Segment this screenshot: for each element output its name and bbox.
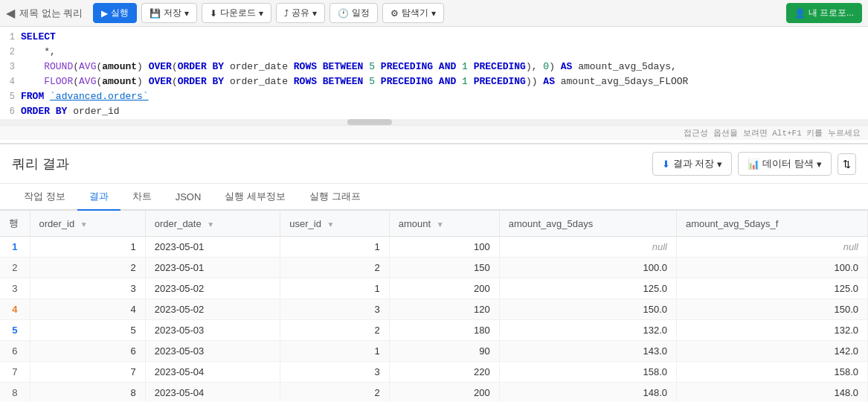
cell-avg5days: null [499, 237, 676, 258]
cell-avg5days-floor: 100.0 [676, 258, 867, 278]
cell-amount: 200 [389, 383, 499, 403]
col-header-avg5days[interactable]: amount_avg_5days [499, 211, 676, 237]
sql-line-1: 1 SELECT [0, 30, 868, 45]
cell-amount: 100 [389, 237, 499, 258]
table-body: 1 1 2023-05-01 1 100 null null 2 2 2023-… [0, 237, 868, 403]
schedule-icon: 🕐 [338, 8, 349, 19]
sql-editor[interactable]: 1 SELECT 2 *, 3 ROUND(AVG(amount) OVER(O… [0, 27, 868, 144]
cell-avg5days: 132.0 [499, 320, 676, 341]
editor-scrollbar[interactable] [0, 119, 868, 125]
cell-avg5days: 148.0 [499, 383, 676, 403]
col-header-order-id[interactable]: order_id ▼ [30, 211, 145, 237]
tab-chart[interactable]: 차트 [120, 184, 164, 211]
chart-icon: 📊 [748, 159, 759, 170]
cell-order-id: 6 [30, 341, 145, 362]
explore-data-button[interactable]: 📊 데이터 탐색 ▾ [738, 152, 832, 176]
cell-order-id: 7 [30, 362, 145, 383]
results-title: 쿼리 결과 [12, 155, 69, 173]
cell-avg5days: 150.0 [499, 299, 676, 320]
col-header-amount[interactable]: amount ▼ [389, 211, 499, 237]
sort-icon-order-id: ▼ [80, 220, 88, 229]
cell-user-id: 1 [280, 341, 390, 362]
editor-scrollbar-thumb[interactable] [347, 119, 392, 125]
cell-order-id: 2 [30, 258, 145, 278]
cell-avg5days-floor: 132.0 [676, 320, 867, 341]
save-icon: 💾 [150, 8, 161, 19]
back-icon: ◀ [6, 6, 15, 20]
tab-execution-details[interactable]: 실행 세부정보 [213, 184, 298, 211]
cell-order-date: 2023-05-03 [145, 320, 280, 341]
cell-amount: 150 [389, 258, 499, 278]
cell-avg5days: 143.0 [499, 341, 676, 362]
save-button[interactable]: 💾 저장 ▾ [141, 3, 197, 23]
schedule-button[interactable]: 🕐 일정 [329, 3, 378, 23]
table-row: 3 3 2023-05-02 1 200 125.0 125.0 [0, 278, 868, 299]
save-results-button[interactable]: ⬇ 결과 저장 ▾ [652, 152, 733, 176]
cell-avg5days: 158.0 [499, 362, 676, 383]
cell-avg5days-floor: null [676, 237, 867, 258]
cell-amount: 200 [389, 278, 499, 299]
explore-data-dropdown-icon: ▾ [817, 159, 822, 170]
sort-icon-amount: ▼ [437, 220, 444, 229]
cell-row-num: 1 [0, 237, 30, 258]
results-actions: ⬇ 결과 저장 ▾ 📊 데이터 탐색 ▾ ⇅ [652, 152, 856, 176]
download-button[interactable]: ⬇ 다운로드 ▾ [202, 3, 271, 23]
download-dropdown-icon: ▾ [259, 8, 263, 19]
tab-json[interactable]: JSON [164, 185, 213, 210]
cell-user-id: 3 [280, 299, 390, 320]
cell-order-id: 1 [30, 237, 145, 258]
table-row: 5 5 2023-05-03 2 180 132.0 132.0 [0, 320, 868, 341]
query-title: 제목 없는 쿼리 [19, 7, 83, 20]
cell-row-num: 6 [0, 341, 30, 362]
table-header-row: 행 order_id ▼ order_date ▼ user_id ▼ amou… [0, 211, 868, 237]
tab-execution-graph[interactable]: 실행 그래프 [298, 184, 373, 211]
cell-row-num: 2 [0, 258, 30, 278]
sql-line-3: 3 ROUND(AVG(amount) OVER(ORDER BY order_… [0, 60, 868, 74]
cell-row-num: 3 [0, 278, 30, 299]
expand-button[interactable]: ⇅ [838, 153, 856, 175]
col-header-order-date[interactable]: order_date ▼ [145, 211, 280, 237]
profile-icon: 👤 [794, 8, 806, 19]
col-header-user-id[interactable]: user_id ▼ [280, 211, 390, 237]
cell-order-date: 2023-05-03 [145, 341, 280, 362]
cell-row-num: 8 [0, 383, 30, 403]
cell-avg5days-floor: 158.0 [676, 362, 867, 383]
run-button[interactable]: ▶ 실행 [93, 3, 137, 23]
col-header-avg5days-floor[interactable]: amount_avg_5days_f [676, 211, 867, 237]
table-reference[interactable]: `advanced.orders` [50, 91, 149, 102]
table-row: 2 2 2023-05-01 2 150 100.0 100.0 [0, 258, 868, 278]
cell-order-id: 8 [30, 383, 145, 403]
tab-job-info[interactable]: 작업 정보 [12, 184, 77, 211]
sort-icon-user-id: ▼ [327, 220, 335, 229]
cell-amount: 220 [389, 362, 499, 383]
cell-avg5days-floor: 125.0 [676, 278, 867, 299]
tab-results[interactable]: 결과 [77, 184, 120, 211]
share-button[interactable]: ⤴ 공유 ▾ [276, 3, 325, 23]
cell-user-id: 3 [280, 362, 390, 383]
cell-avg5days: 100.0 [499, 258, 676, 278]
sql-line-2: 2 *, [0, 45, 868, 60]
explore-button[interactable]: ⚙ 탐색기 ▾ [382, 3, 444, 23]
table-row: 8 8 2023-05-04 2 200 148.0 148.0 [0, 383, 868, 403]
sql-line-5: 5 FROM `advanced.orders` [0, 89, 868, 104]
cell-user-id: 2 [280, 383, 390, 403]
top-toolbar: ◀ 제목 없는 쿼리 ▶ 실행 💾 저장 ▾ ⬇ 다운로드 ▾ ⤴ 공유 ▾ 🕐… [0, 0, 868, 27]
results-header: 쿼리 결과 ⬇ 결과 저장 ▾ 📊 데이터 탐색 ▾ ⇅ [0, 144, 868, 184]
table-row: 7 7 2023-05-04 3 220 158.0 158.0 [0, 362, 868, 383]
table-row: 4 4 2023-05-02 3 120 150.0 150.0 [0, 299, 868, 320]
results-table-wrap: 행 order_id ▼ order_date ▼ user_id ▼ amou… [0, 211, 868, 402]
sql-line-6: 6 ORDER BY order_id [0, 104, 868, 119]
results-table: 행 order_id ▼ order_date ▼ user_id ▼ amou… [0, 211, 868, 402]
cell-order-date: 2023-05-04 [145, 383, 280, 403]
table-row: 6 6 2023-05-03 1 90 143.0 142.0 [0, 341, 868, 362]
tabs-bar: 작업 정보 결과 차트 JSON 실행 세부정보 실행 그래프 [0, 184, 868, 211]
cell-order-id: 5 [30, 320, 145, 341]
profile-button[interactable]: 👤 내 프로포... [786, 3, 862, 23]
download-icon: ⬇ [210, 8, 217, 19]
cell-order-id: 3 [30, 278, 145, 299]
expand-icon: ⇅ [843, 159, 851, 170]
cell-user-id: 1 [280, 278, 390, 299]
cell-order-id: 4 [30, 299, 145, 320]
cell-avg5days-floor: 142.0 [676, 341, 867, 362]
cell-order-date: 2023-05-04 [145, 362, 280, 383]
